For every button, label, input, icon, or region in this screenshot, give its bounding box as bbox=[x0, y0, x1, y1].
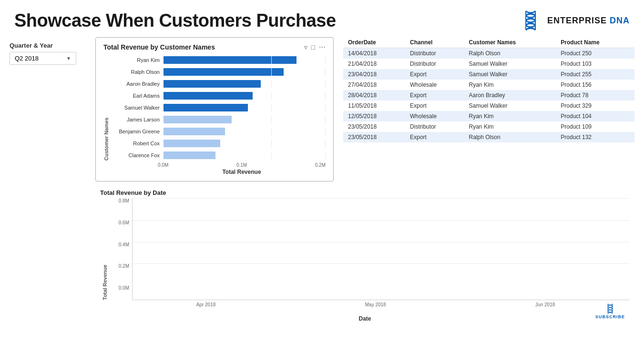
bar-row: Benjamin Greene bbox=[111, 126, 326, 137]
bar-track bbox=[164, 56, 326, 64]
quarter-year-dropdown[interactable]: Q2 2018 ▼ bbox=[10, 52, 76, 65]
time-chart: Total Revenue 0.8M 0.6M 0.4M 0.2M 0.0M bbox=[100, 198, 630, 322]
table-body: 14/04/2018DistributorRalph OlsonProduct … bbox=[343, 48, 634, 143]
table-cell: Distributor bbox=[405, 121, 464, 132]
x-axis-label: Total Revenue bbox=[158, 169, 326, 175]
table-row: 23/05/2018DistributorRyan KimProduct 109 bbox=[343, 121, 634, 132]
x-label-jun: Jun 2018 bbox=[535, 302, 555, 307]
bar-track bbox=[164, 68, 326, 76]
bar-label: Samuel Walker bbox=[111, 105, 164, 111]
bar-fill bbox=[164, 128, 225, 135]
table-column-header: Customer Names bbox=[464, 37, 556, 48]
table-row: 14/04/2018DistributorRalph OlsonProduct … bbox=[343, 48, 634, 59]
bar-track bbox=[164, 116, 326, 123]
sidebar: Quarter & Year Q2 2018 ▼ bbox=[10, 37, 86, 322]
top-charts: Total Revenue by Customer Names ▿ □ ⋯ Cu… bbox=[95, 37, 634, 182]
bar-track bbox=[164, 92, 326, 100]
y-tick-4: 0.8M bbox=[119, 198, 129, 203]
y-tick-3: 0.6M bbox=[119, 220, 129, 225]
header: Showcase When Customers Purchase ENTERPR… bbox=[0, 0, 644, 37]
y-tick-2: 0.4M bbox=[119, 242, 129, 247]
table-cell: 11/05/2018 bbox=[343, 101, 405, 111]
table-row: 27/04/2018WholesaleRyan KimProduct 156 bbox=[343, 80, 634, 90]
x-label-may: May 2018 bbox=[365, 302, 386, 307]
table-row: 23/05/2018ExportRalph OlsonProduct 132 bbox=[343, 132, 634, 142]
bar-row: Robert Cox bbox=[111, 138, 326, 149]
subscribe-text: SUBSCRIBE bbox=[595, 314, 625, 319]
table-cell: 28/04/2018 bbox=[343, 90, 405, 101]
x-label-apr: Apr 2018 bbox=[196, 302, 216, 307]
table-cell: Ryan Kim bbox=[464, 80, 556, 90]
time-bars bbox=[133, 198, 630, 300]
table-cell: Ryan Kim bbox=[464, 111, 556, 121]
table-cell: 23/05/2018 bbox=[343, 132, 405, 142]
table-cell: 27/04/2018 bbox=[343, 80, 405, 90]
table-cell: 23/04/2018 bbox=[343, 69, 405, 80]
table-scroll-wrapper[interactable]: OrderDateChannelCustomer NamesProduct Na… bbox=[343, 37, 634, 142]
bar-track bbox=[164, 104, 326, 111]
bottom-chart-title: Total Revenue by Date bbox=[100, 189, 630, 196]
table-cell: Product 255 bbox=[556, 69, 634, 80]
bar-fill bbox=[164, 56, 296, 64]
dna-logo-icon bbox=[519, 9, 542, 32]
time-x-axis-label: Date bbox=[358, 315, 371, 322]
bar-chart-title: Total Revenue by Customer Names bbox=[103, 43, 215, 51]
bar-rows: Ryan Kim Ralph Olson Aaron Bradley Earl … bbox=[111, 55, 326, 161]
bar-chart-inner: Customer Names Ryan Kim Ralph Olson Aaro… bbox=[103, 55, 326, 175]
table-cell: Export bbox=[405, 90, 464, 101]
subscribe-dna-icon bbox=[604, 303, 616, 314]
logo-text-bold: DNA bbox=[610, 16, 630, 25]
bar-fill bbox=[164, 151, 215, 159]
x-tick-2: 0.2M bbox=[315, 162, 326, 168]
bar-chart-body: Customer Names Ryan Kim Ralph Olson Aaro… bbox=[103, 55, 326, 161]
logo-text-normal: ENTERPRISE bbox=[547, 16, 610, 25]
table-cell: Distributor bbox=[405, 59, 464, 69]
more-icon[interactable]: ⋯ bbox=[319, 43, 326, 51]
table-column-header: Product Name bbox=[556, 37, 634, 48]
table-cell: Product 250 bbox=[556, 48, 634, 59]
table-cell: Ralph Olson bbox=[464, 48, 556, 59]
bar-chart-container: Total Revenue by Customer Names ▿ □ ⋯ Cu… bbox=[95, 37, 334, 182]
logo-area: ENTERPRISE DNA bbox=[519, 9, 630, 32]
charts-area: Total Revenue by Customer Names ▿ □ ⋯ Cu… bbox=[95, 37, 634, 322]
bar-label: Aaron Bradley bbox=[111, 81, 164, 87]
bar-row: Aaron Bradley bbox=[111, 79, 326, 89]
bar-track bbox=[164, 140, 326, 147]
time-y-axis: 0.8M 0.6M 0.4M 0.2M 0.0M bbox=[111, 198, 132, 300]
table-row: 12/05/2018WholesaleRyan KimProduct 104 bbox=[343, 111, 634, 121]
table-row: 28/04/2018ExportAaron BradleyProduct 78 bbox=[343, 90, 634, 101]
table-cell: 14/04/2018 bbox=[343, 48, 405, 59]
table-cell: Product 104 bbox=[556, 111, 634, 121]
logo-text: ENTERPRISE DNA bbox=[547, 16, 630, 26]
table-cell: Aaron Bradley bbox=[464, 90, 556, 101]
table-cell: Product 103 bbox=[556, 59, 634, 69]
bar-fill bbox=[164, 68, 284, 76]
bar-fill bbox=[164, 92, 253, 100]
table-cell: 23/05/2018 bbox=[343, 121, 405, 132]
time-x-axis: Apr 2018 May 2018 Jun 2018 bbox=[122, 300, 630, 314]
table-row: 23/04/2018ExportSamuel WalkerProduct 255 bbox=[343, 69, 634, 80]
table-cell: Ryan Kim bbox=[464, 121, 556, 132]
x-tick-1: 0.1M bbox=[236, 162, 247, 168]
table-cell: Wholesale bbox=[405, 80, 464, 90]
x-axis-area: 0.0M 0.1M 0.2M Total Revenue bbox=[158, 161, 326, 175]
expand-icon[interactable]: □ bbox=[311, 43, 315, 51]
table-cell: Export bbox=[405, 69, 464, 80]
table-column-header: OrderDate bbox=[343, 37, 405, 48]
data-table: OrderDateChannelCustomer NamesProduct Na… bbox=[343, 37, 634, 142]
table-cell: Product 329 bbox=[556, 101, 634, 111]
time-y-axis-label: Total Revenue bbox=[100, 198, 110, 300]
filter-icon[interactable]: ▿ bbox=[304, 43, 307, 51]
subscribe-area: SUBSCRIBE bbox=[595, 303, 625, 319]
table-cell: Wholesale bbox=[405, 111, 464, 121]
time-chart-area bbox=[132, 198, 630, 300]
bar-label: Clarence Fox bbox=[111, 152, 164, 158]
time-chart-inner: Total Revenue 0.8M 0.6M 0.4M 0.2M 0.0M bbox=[100, 198, 630, 322]
x-axis-ticks: 0.0M 0.1M 0.2M bbox=[158, 161, 326, 168]
table-row: 21/04/2018DistributorSamuel WalkerProduc… bbox=[343, 59, 634, 69]
dropdown-value: Q2 2018 bbox=[15, 55, 39, 62]
table-cell: Ralph Olson bbox=[464, 132, 556, 142]
bar-track bbox=[164, 151, 326, 159]
table-container: OrderDateChannelCustomer NamesProduct Na… bbox=[343, 37, 634, 182]
table-cell: Product 109 bbox=[556, 121, 634, 132]
